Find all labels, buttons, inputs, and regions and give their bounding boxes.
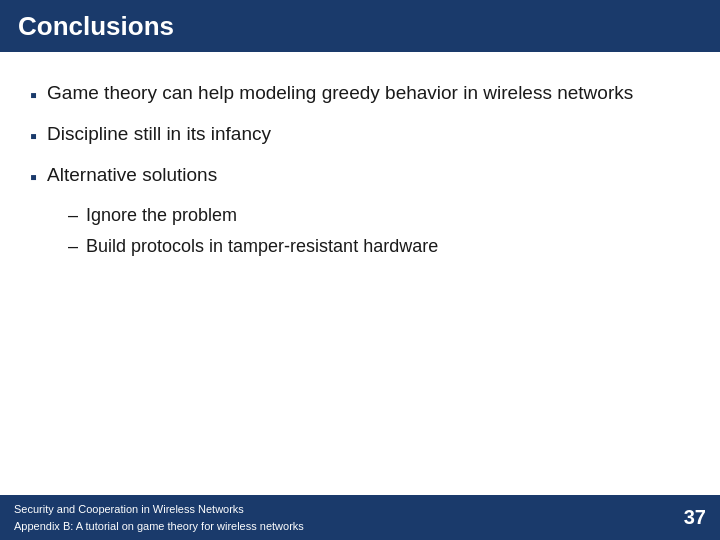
- bullet-icon-1: ▪: [30, 81, 37, 109]
- main-bullet-list: ▪ Game theory can help modeling greedy b…: [30, 80, 690, 191]
- sub-bullet-item-1: – Ignore the problem: [68, 203, 690, 228]
- bullet-text-2: Discipline still in its infancy: [47, 121, 271, 148]
- slide-content: ▪ Game theory can help modeling greedy b…: [0, 52, 720, 285]
- footer-line-2: Appendix B: A tutorial on game theory fo…: [14, 518, 304, 535]
- bullet-item-1: ▪ Game theory can help modeling greedy b…: [30, 80, 690, 109]
- bullet-icon-2: ▪: [30, 122, 37, 150]
- bullet-item-2: ▪ Discipline still in its infancy: [30, 121, 690, 150]
- sub-bullet-text-1: Ignore the problem: [86, 203, 237, 228]
- footer-page-number: 37: [684, 506, 706, 529]
- dash-icon-1: –: [68, 203, 78, 228]
- bullet-icon-3: ▪: [30, 163, 37, 191]
- bullet-text-1: Game theory can help modeling greedy beh…: [47, 80, 633, 107]
- footer-line-1: Security and Cooperation in Wireless Net…: [14, 501, 304, 518]
- footer-text-block: Security and Cooperation in Wireless Net…: [14, 501, 304, 534]
- sub-bullet-list: – Ignore the problem – Build protocols i…: [68, 203, 690, 259]
- slide-footer: Security and Cooperation in Wireless Net…: [0, 495, 720, 540]
- slide-title: Conclusions: [18, 11, 174, 42]
- sub-bullet-item-2: – Build protocols in tamper-resistant ha…: [68, 234, 690, 259]
- slide-header: Conclusions: [0, 0, 720, 52]
- dash-icon-2: –: [68, 234, 78, 259]
- bullet-text-3: Alternative solutions: [47, 162, 217, 189]
- sub-bullet-text-2: Build protocols in tamper-resistant hard…: [86, 234, 438, 259]
- bullet-item-3: ▪ Alternative solutions: [30, 162, 690, 191]
